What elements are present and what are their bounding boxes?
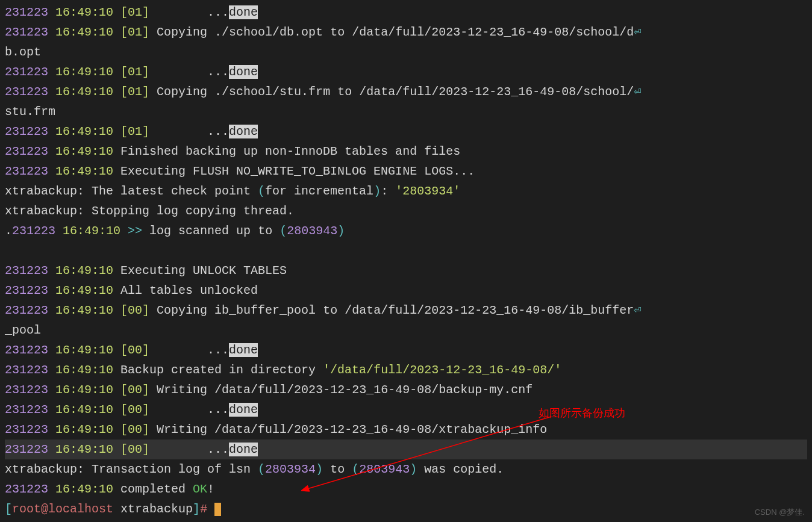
log-line: 231223 16:49:10 Executing UNLOCK TABLES <box>5 261 807 281</box>
log-line: stu.frm <box>5 102 807 122</box>
log-line: .231223 16:49:10 >> log scanned up to (2… <box>5 221 807 241</box>
log-line: 231223 16:49:10 [01] ...done <box>5 62 807 82</box>
log-line: 231223 16:49:10 [00] ...done <box>5 340 807 360</box>
log-line: 231223 16:49:10 completed OK! <box>5 479 807 499</box>
watermark: CSDN @梦佳. <box>755 506 805 518</box>
log-line: 231223 16:49:10 Backup created in direct… <box>5 360 807 380</box>
log-line: 231223 16:49:10 [00] Writing /data/full/… <box>5 420 807 440</box>
log-line: 231223 16:49:10 [01] Copying ./school/db… <box>5 22 807 42</box>
log-line: b.opt <box>5 42 807 62</box>
log-line: 231223 16:49:10 [01] ...done <box>5 122 807 141</box>
log-line: _pool <box>5 320 807 340</box>
terminal-output[interactable]: 231223 16:49:10 [01] ...done231223 16:49… <box>5 2 807 519</box>
log-line <box>5 241 807 261</box>
log-line: 231223 16:49:10 [00] ...done <box>5 440 807 459</box>
log-line: 231223 16:49:10 [01] ...done <box>5 2 807 22</box>
log-line: 231223 16:49:10 Executing FLUSH NO_WRITE… <box>5 161 807 181</box>
log-line: 231223 16:49:10 [00] Copying ib_buffer_p… <box>5 300 807 320</box>
log-line: xtrabackup: Transaction log of lsn (2803… <box>5 459 807 479</box>
log-line: 231223 16:49:10 All tables unlocked <box>5 281 807 300</box>
log-line: xtrabackup: The latest check point (for … <box>5 181 807 201</box>
shell-prompt[interactable]: [root@localhost xtrabackup]# <box>5 499 807 519</box>
log-line: xtrabackup: Stopping log copying thread. <box>5 201 807 221</box>
cursor-icon <box>214 503 221 516</box>
log-line: 231223 16:49:10 [01] Copying ./school/st… <box>5 82 807 102</box>
log-line: 231223 16:49:10 Finished backing up non-… <box>5 141 807 161</box>
log-line: 231223 16:49:10 [00] ...done <box>5 400 807 420</box>
log-line: 231223 16:49:10 [00] Writing /data/full/… <box>5 380 807 400</box>
